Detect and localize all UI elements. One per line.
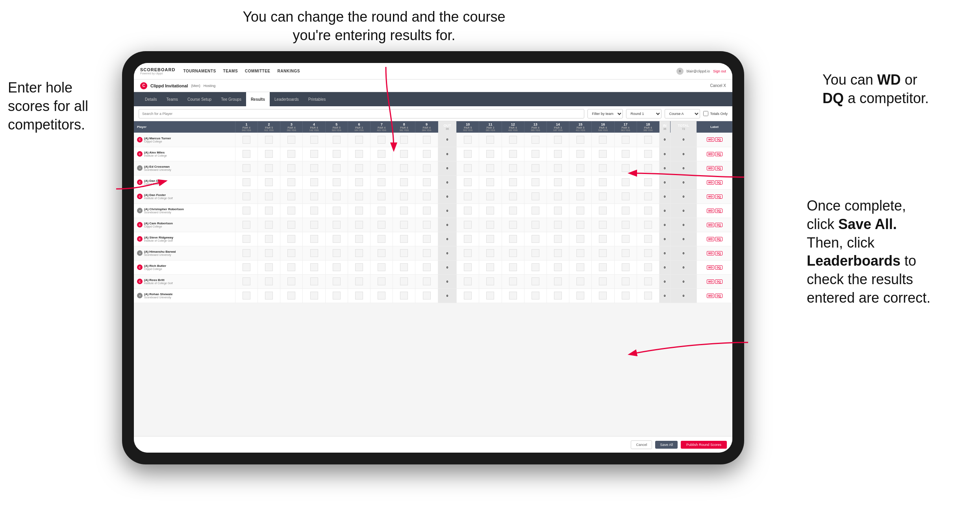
score-cell[interactable]: [479, 260, 502, 274]
score-cell[interactable]: [325, 147, 348, 161]
score-cell[interactable]: [637, 147, 659, 161]
hole-input[interactable]: [532, 277, 539, 285]
score-cell[interactable]: [235, 246, 258, 260]
score-cell[interactable]: [479, 288, 502, 303]
score-cell[interactable]: [569, 274, 592, 288]
hole-input[interactable]: [554, 263, 562, 271]
score-cell[interactable]: [592, 288, 614, 303]
hole-input[interactable]: [243, 192, 250, 200]
score-cell[interactable]: [592, 274, 614, 288]
dq-button[interactable]: DQ: [715, 294, 722, 298]
hole-input[interactable]: [287, 263, 295, 271]
score-cell[interactable]: [479, 246, 502, 260]
score-cell[interactable]: [457, 218, 479, 232]
score-cell[interactable]: [637, 288, 659, 303]
hole-input[interactable]: [486, 192, 494, 200]
hole-input[interactable]: [599, 178, 607, 186]
hole-input[interactable]: [265, 263, 273, 271]
score-cell[interactable]: [235, 161, 258, 175]
score-cell[interactable]: [479, 189, 502, 203]
score-cell[interactable]: [637, 218, 659, 232]
score-cell[interactable]: [569, 218, 592, 232]
score-cell[interactable]: [592, 232, 614, 246]
score-cell[interactable]: [547, 175, 569, 189]
tab-course-setup[interactable]: Course Setup: [183, 92, 216, 106]
score-cell[interactable]: [235, 133, 258, 147]
hole-input[interactable]: [532, 164, 539, 172]
hole-input[interactable]: [310, 150, 318, 158]
hole-input[interactable]: [554, 150, 562, 158]
hole-input[interactable]: [554, 164, 562, 172]
nav-tournaments[interactable]: TOURNAMENTS: [183, 69, 216, 73]
hole-input[interactable]: [265, 178, 273, 186]
score-cell[interactable]: [502, 218, 524, 232]
score-cell[interactable]: [569, 147, 592, 161]
hole-input[interactable]: [554, 249, 562, 257]
score-cell[interactable]: [524, 175, 547, 189]
hole-input[interactable]: [265, 277, 273, 285]
hole-input[interactable]: [355, 221, 363, 229]
score-cell[interactable]: [348, 189, 370, 203]
hole-input[interactable]: [423, 164, 431, 172]
hole-input[interactable]: [310, 207, 318, 214]
score-cell[interactable]: [502, 232, 524, 246]
hole-input[interactable]: [644, 235, 652, 243]
hole-input[interactable]: [310, 277, 318, 285]
hole-input[interactable]: [532, 263, 539, 271]
hole-input[interactable]: [310, 178, 318, 186]
score-cell[interactable]: [457, 260, 479, 274]
hole-input[interactable]: [509, 164, 517, 172]
dq-button[interactable]: DQ: [715, 194, 722, 199]
score-cell[interactable]: [371, 175, 393, 189]
score-cell[interactable]: [614, 175, 637, 189]
hole-input[interactable]: [355, 178, 363, 186]
score-cell[interactable]: [415, 189, 438, 203]
hole-input[interactable]: [355, 164, 363, 172]
hole-input[interactable]: [243, 292, 250, 300]
save-all-button[interactable]: Save All: [655, 441, 678, 449]
hole-input[interactable]: [378, 192, 385, 200]
score-cell[interactable]: [280, 147, 303, 161]
score-cell[interactable]: [502, 133, 524, 147]
hole-input[interactable]: [378, 207, 385, 214]
score-cell[interactable]: [502, 246, 524, 260]
hole-input[interactable]: [287, 249, 295, 257]
hole-input[interactable]: [400, 192, 408, 200]
score-cell[interactable]: [637, 175, 659, 189]
hole-input[interactable]: [400, 263, 408, 271]
score-cell[interactable]: [325, 203, 348, 218]
hole-input[interactable]: [532, 178, 539, 186]
hole-input[interactable]: [355, 150, 363, 158]
score-cell[interactable]: [524, 218, 547, 232]
score-cell[interactable]: [393, 288, 415, 303]
hole-input[interactable]: [486, 277, 494, 285]
score-cell[interactable]: [479, 175, 502, 189]
hole-input[interactable]: [355, 207, 363, 214]
score-cell[interactable]: [547, 161, 569, 175]
hole-input[interactable]: [554, 277, 562, 285]
hole-input[interactable]: [622, 277, 630, 285]
hole-input[interactable]: [644, 164, 652, 172]
score-cell[interactable]: [280, 274, 303, 288]
hole-input[interactable]: [532, 150, 539, 158]
score-cell[interactable]: [637, 133, 659, 147]
hole-input[interactable]: [599, 235, 607, 243]
hole-input[interactable]: [310, 292, 318, 300]
score-cell[interactable]: [547, 133, 569, 147]
score-cell[interactable]: [371, 218, 393, 232]
score-cell[interactable]: [614, 274, 637, 288]
totals-only-checkbox[interactable]: [703, 111, 708, 116]
hole-input[interactable]: [355, 249, 363, 257]
score-cell[interactable]: [280, 189, 303, 203]
hole-input[interactable]: [243, 136, 250, 144]
cancel-button[interactable]: Cancel: [631, 440, 652, 449]
score-cell[interactable]: [325, 161, 348, 175]
hole-input[interactable]: [378, 178, 385, 186]
hole-input[interactable]: [599, 150, 607, 158]
hole-input[interactable]: [355, 192, 363, 200]
hole-input[interactable]: [576, 277, 584, 285]
score-cell[interactable]: [569, 133, 592, 147]
nav-teams[interactable]: TEAMS: [223, 69, 238, 73]
score-cell[interactable]: [547, 147, 569, 161]
filter-by-team[interactable]: Filter by team: [587, 109, 623, 118]
